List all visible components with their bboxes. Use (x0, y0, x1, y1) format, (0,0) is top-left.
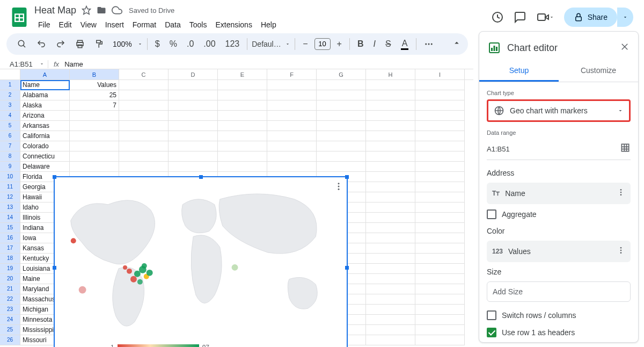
geo-chart[interactable]: 1 97 (54, 176, 348, 347)
cell[interactable] (119, 131, 169, 141)
cell[interactable] (218, 111, 267, 121)
row-header[interactable]: 7 (0, 141, 20, 151)
menu-tools[interactable]: Tools (186, 19, 211, 30)
chip-menu-icon[interactable] (617, 246, 625, 257)
cell[interactable]: Name (20, 80, 70, 90)
cell[interactable] (415, 213, 465, 223)
more-icon[interactable] (421, 37, 437, 51)
cell[interactable]: Arizona (20, 111, 70, 121)
select-range-icon[interactable] (620, 142, 631, 155)
number-format-icon[interactable]: 123 (222, 37, 243, 51)
cell[interactable] (218, 80, 267, 90)
cell[interactable] (366, 294, 415, 305)
meet-icon[interactable] (536, 11, 554, 24)
star-icon[interactable] (82, 5, 91, 15)
cell[interactable] (317, 100, 366, 111)
cell[interactable]: Values (70, 80, 119, 90)
menu-format[interactable]: Format (129, 19, 160, 30)
cell[interactable] (415, 325, 465, 335)
strikethrough-icon[interactable]: S (382, 37, 394, 51)
menu-help[interactable]: Help (257, 19, 280, 30)
cell[interactable]: Arkansas (20, 121, 70, 131)
row-header[interactable]: 24 (0, 315, 20, 325)
cell[interactable] (415, 315, 465, 325)
cell[interactable] (218, 141, 267, 151)
cell[interactable] (415, 243, 465, 254)
cell[interactable] (366, 141, 415, 151)
cell[interactable] (267, 100, 317, 111)
cell[interactable] (366, 233, 415, 243)
col-header-d[interactable]: D (169, 69, 218, 79)
cell[interactable] (366, 213, 415, 223)
cell[interactable] (169, 141, 218, 151)
cell[interactable] (119, 100, 169, 111)
col-header-e[interactable]: E (218, 69, 267, 79)
cell[interactable] (70, 151, 119, 162)
cell[interactable] (366, 172, 415, 182)
percent-icon[interactable]: % (166, 37, 180, 51)
cell[interactable] (366, 80, 415, 90)
cell[interactable] (415, 335, 465, 345)
cell[interactable]: Delaware (20, 162, 70, 172)
add-size-button[interactable]: Add Size (487, 281, 631, 302)
cell[interactable] (366, 254, 415, 264)
cell[interactable] (218, 100, 267, 111)
row-header[interactable]: 21 (0, 284, 20, 294)
col-header-c[interactable]: C (119, 69, 169, 79)
italic-icon[interactable]: I (370, 37, 379, 51)
cell[interactable] (366, 100, 415, 111)
cell[interactable] (169, 90, 218, 100)
cell[interactable] (218, 151, 267, 162)
cell[interactable] (70, 121, 119, 131)
font-select[interactable]: Defaul… (252, 40, 282, 48)
print-icon[interactable] (72, 37, 88, 51)
cell[interactable] (218, 131, 267, 141)
menu-file[interactable]: File (34, 19, 54, 30)
cell[interactable] (267, 141, 317, 151)
cell[interactable] (366, 264, 415, 274)
row-header[interactable]: 11 (0, 182, 20, 192)
cell[interactable] (415, 90, 465, 100)
address-chip[interactable]: Tᴛ Name (487, 183, 631, 204)
chart-type-select[interactable]: Geo chart with markers (487, 99, 631, 122)
row-header[interactable]: 19 (0, 264, 20, 274)
aggregate-checkbox[interactable] (487, 209, 496, 219)
comments-icon[interactable] (514, 11, 526, 24)
row-header[interactable]: 3 (0, 100, 20, 111)
col-header-f[interactable]: F (267, 69, 317, 79)
cell[interactable] (218, 90, 267, 100)
cell[interactable]: 25 (70, 90, 119, 100)
cell[interactable] (415, 151, 465, 162)
cell[interactable] (366, 325, 415, 335)
cell[interactable] (366, 192, 415, 203)
row-header[interactable]: 14 (0, 213, 20, 223)
sheets-logo[interactable] (9, 6, 30, 28)
switch-rows-checkbox[interactable] (487, 310, 496, 320)
cell[interactable] (415, 254, 465, 264)
menu-view[interactable]: View (77, 19, 100, 30)
cell[interactable] (415, 100, 465, 111)
cell[interactable] (366, 131, 415, 141)
cell[interactable] (415, 162, 465, 172)
row-header[interactable]: 1 (0, 80, 20, 90)
cell[interactable] (366, 151, 415, 162)
close-icon[interactable] (620, 42, 630, 54)
row-header[interactable]: 9 (0, 162, 20, 172)
menu-edit[interactable]: Edit (55, 19, 76, 30)
cell[interactable] (70, 162, 119, 172)
cell[interactable] (169, 151, 218, 162)
cell[interactable] (317, 111, 366, 121)
row-header[interactable]: 5 (0, 121, 20, 131)
cell[interactable] (415, 284, 465, 294)
move-icon[interactable] (97, 5, 106, 15)
col-header-i[interactable]: I (415, 69, 465, 79)
bold-icon[interactable]: B (354, 37, 367, 51)
row-header[interactable]: 12 (0, 192, 20, 203)
cell[interactable] (415, 121, 465, 131)
cell[interactable] (267, 111, 317, 121)
cell[interactable] (169, 100, 218, 111)
cell[interactable] (366, 315, 415, 325)
cell[interactable] (119, 90, 169, 100)
cell[interactable] (415, 305, 465, 315)
row-header[interactable]: 25 (0, 325, 20, 335)
